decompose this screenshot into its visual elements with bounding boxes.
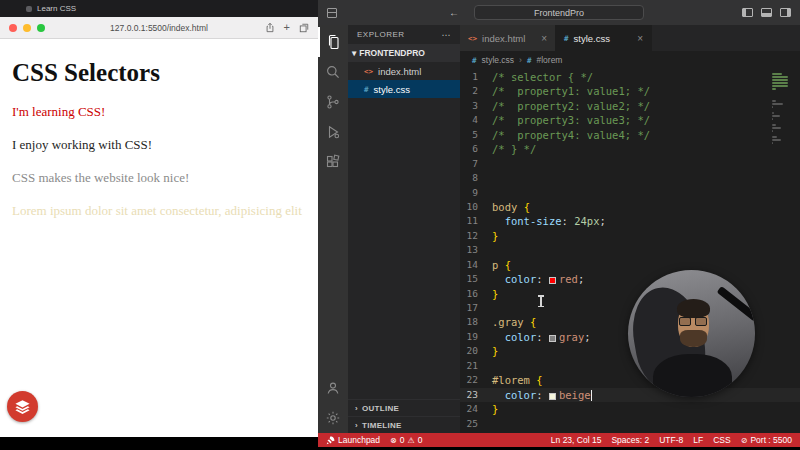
live-server-launchpad[interactable]: Launchpad xyxy=(326,435,380,445)
address-bar[interactable]: 127.0.0.1:5500/index.html xyxy=(110,23,208,33)
symbol-icon: # xyxy=(527,56,532,65)
person-beard xyxy=(680,330,707,347)
launchpad-label: Launchpad xyxy=(338,435,380,445)
code-line-21[interactable]: 21 xyxy=(460,359,800,373)
explorer-icon[interactable] xyxy=(318,27,348,57)
section-outline[interactable]: ›OUTLINE xyxy=(348,399,460,416)
run-debug-icon[interactable] xyxy=(318,117,348,147)
problems-indicator[interactable]: ⊗ 0 ⚠ 0 xyxy=(390,435,422,445)
code-line-9[interactable]: 9 xyxy=(460,186,800,200)
close-tab-icon[interactable]: × xyxy=(637,33,643,44)
line-number: 4 xyxy=(460,113,492,127)
toggle-sidebar-icon[interactable] xyxy=(742,8,753,17)
code-text: } xyxy=(492,229,498,243)
settings-gear-icon[interactable] xyxy=(318,403,348,433)
code-line-5[interactable]: 5/* property4: value4; */ xyxy=(460,128,800,142)
code-line-23[interactable]: 23 color: beige xyxy=(460,388,800,402)
color-swatch[interactable] xyxy=(549,393,556,400)
tabs-overview-icon[interactable] xyxy=(299,23,309,33)
minimap-line xyxy=(772,127,781,129)
code-line-13[interactable]: 13 xyxy=(460,243,800,257)
code-line-22[interactable]: 22#lorem { xyxy=(460,373,800,387)
breadcrumb-separator: › xyxy=(519,55,522,65)
toggle-secondary-sidebar-icon[interactable] xyxy=(780,8,791,17)
warning-icon: ⚠ xyxy=(408,436,415,445)
command-center[interactable]: FrontendPro xyxy=(474,5,644,20)
nav-back-icon[interactable]: ← xyxy=(449,7,459,18)
file-item-index.html[interactable]: <>index.html xyxy=(348,62,460,80)
code-line-15[interactable]: 15 color: red; xyxy=(460,272,800,286)
window-close-button[interactable] xyxy=(9,24,17,32)
source-control-icon[interactable] xyxy=(318,87,348,117)
explorer-files: <>index.html#style.css xyxy=(348,62,460,98)
minimap-line xyxy=(772,106,773,108)
code-token: } xyxy=(492,288,498,300)
code-line-11[interactable]: 11 font-size: 24px; xyxy=(460,214,800,228)
account-icon[interactable] xyxy=(318,373,348,403)
editor-area: <>index.html×#style.css× #style.css›##lo… xyxy=(460,25,800,433)
color-swatch[interactable] xyxy=(549,335,556,342)
code-line-1[interactable]: 1/* selector { */ xyxy=(460,70,800,84)
line-number: 24 xyxy=(460,402,492,416)
folder-row[interactable]: ▾ FRONTENDPRO xyxy=(348,44,460,62)
code-area[interactable]: 1/* selector { */2/* property1: value1; … xyxy=(460,69,800,433)
section-timeline[interactable]: ›TIMELINE xyxy=(348,416,460,433)
code-token: beige xyxy=(559,389,591,401)
status-lf[interactable]: LF xyxy=(693,435,703,445)
new-tab-icon[interactable]: + xyxy=(284,22,290,33)
breadcrumb-item[interactable]: #lorem xyxy=(536,55,562,65)
code-line-2[interactable]: 2/* property1: value1; */ xyxy=(460,84,800,98)
code-line-14[interactable]: 14p { xyxy=(460,258,800,272)
code-text: /* property4: value4; */ xyxy=(492,128,650,142)
explorer-more-actions-icon[interactable]: ⋯ xyxy=(442,30,452,40)
code-token: /* property2: value2; */ xyxy=(492,100,650,112)
browser-window: Learn CSS 127.0.0.1:5500/index.html + CS… xyxy=(0,0,318,437)
close-tab-icon[interactable]: × xyxy=(541,33,547,44)
code-line-25[interactable]: 25 xyxy=(460,417,800,431)
code-line-4[interactable]: 4/* property3: value3; */ xyxy=(460,113,800,127)
code-token xyxy=(492,389,505,401)
share-icon[interactable] xyxy=(265,22,275,33)
browser-tab-title[interactable]: Learn CSS xyxy=(37,4,76,13)
line-number: 23 xyxy=(460,388,492,402)
code-line-12[interactable]: 12} xyxy=(460,229,800,243)
status-utf8[interactable]: UTF-8 xyxy=(659,435,683,445)
code-token: ; xyxy=(600,215,606,227)
code-line-3[interactable]: 3/* property2: value2; */ xyxy=(460,99,800,113)
status-port[interactable]: ⊘Port : 5500 xyxy=(741,435,792,445)
code-line-10[interactable]: 10body { xyxy=(460,200,800,214)
code-line-6[interactable]: 6/* } */ xyxy=(460,142,800,156)
code-token: #lorem xyxy=(492,374,530,386)
status-css[interactable]: CSS xyxy=(713,435,730,445)
status-spaces[interactable]: Spaces: 2 xyxy=(611,435,649,445)
code-token xyxy=(492,273,505,285)
minimap-line xyxy=(772,115,780,117)
file-item-style.css[interactable]: #style.css xyxy=(348,80,460,98)
code-line-8[interactable]: 8 xyxy=(460,171,800,185)
tab-style.css[interactable]: #style.css× xyxy=(556,25,652,51)
code-line-24[interactable]: 24} xyxy=(460,402,800,416)
toggle-panel-icon[interactable] xyxy=(761,8,772,17)
section-label: TIMELINE xyxy=(362,421,402,430)
tab-index.html[interactable]: <>index.html× xyxy=(460,25,556,51)
window-zoom-button[interactable] xyxy=(37,24,45,32)
extensions-icon[interactable] xyxy=(318,147,348,177)
code-line-7[interactable]: 7 xyxy=(460,157,800,171)
minimap[interactable] xyxy=(772,73,796,147)
window-minimize-button[interactable] xyxy=(23,24,31,32)
color-swatch[interactable] xyxy=(549,277,556,284)
window-layout-icon[interactable] xyxy=(327,8,337,18)
tab-label: style.css xyxy=(574,33,610,44)
minimap-line xyxy=(772,85,788,87)
breadcrumb-item[interactable]: style.css xyxy=(482,55,515,65)
command-center-label: FrontendPro xyxy=(534,8,584,18)
status-ln[interactable]: Ln 23, Col 15 xyxy=(551,435,602,445)
search-icon[interactable] xyxy=(318,57,348,87)
line-number: 14 xyxy=(460,258,492,272)
minimap-line xyxy=(772,112,774,114)
code-token: font-size xyxy=(505,215,562,227)
status-label: Spaces: 2 xyxy=(611,435,649,445)
code-token: /* property4: value4; */ xyxy=(492,129,650,141)
minimap-line xyxy=(772,118,773,120)
code-line-16[interactable]: 16} xyxy=(460,287,800,301)
